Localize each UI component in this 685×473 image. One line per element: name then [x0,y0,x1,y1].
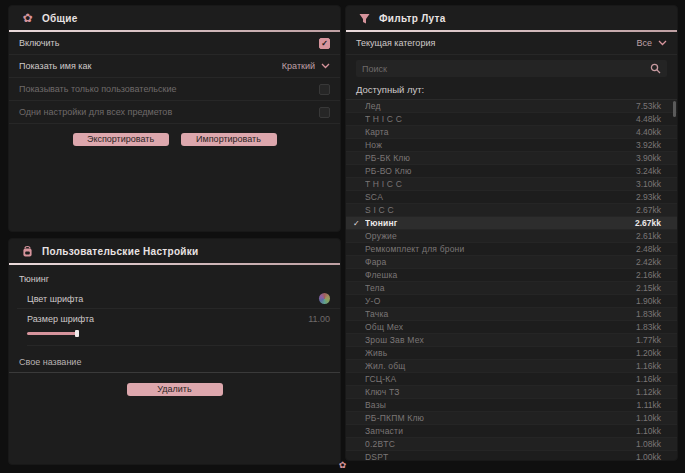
loot-item-value: 2.15kk [636,283,661,293]
loot-item-row[interactable]: Запчасти1.10kk [346,425,677,438]
delete-button[interactable]: Удалить [127,383,223,396]
loot-item-name: РБ-ВО Клю [365,166,636,176]
loot-item-name: Флешка [365,270,636,280]
loot-item-row[interactable]: Оружие2.61kk [346,230,677,243]
loot-item-row[interactable]: Жил. общ1.16kk [346,360,677,373]
color-wheel-icon[interactable] [319,293,330,304]
loot-item-row[interactable]: РБ-БК Клю3.90kk [346,152,677,165]
loot-item-name: РБ-ПКПМ Клю [365,413,636,423]
loot-item-row[interactable]: Тела2.15kk [346,282,677,295]
scrollbar[interactable] [673,100,676,461]
loot-item-row[interactable]: Нож3.92kk [346,139,677,152]
name-format-dropdown[interactable]: Краткий [282,61,330,71]
loot-item-row[interactable]: S I C C2.67kk [346,204,677,217]
slider-fill [27,332,77,335]
loot-item-value: 3.24kk [636,166,661,176]
export-button[interactable]: Экспортировать [73,133,169,146]
setting-label: Показать имя как [19,61,91,71]
search-placeholder: Поиск [362,64,387,74]
loot-item-row[interactable]: ГСЦ-КА1.16kk [346,373,677,386]
loot-item-name: 0.2BTC [365,439,636,449]
slider-handle[interactable] [75,330,79,337]
search-input[interactable]: Поиск [356,60,667,77]
bottom-anchor-icon: ✿ [337,460,348,471]
loot-item-row[interactable]: Флешка2.16kk [346,269,677,282]
general-panel-title: Общие [42,13,78,24]
category-dropdown[interactable]: Все [636,38,667,48]
general-panel-header: ✿ Общие [9,6,340,30]
setting-label: Показывать только пользовательские [19,84,177,94]
loot-item-row[interactable]: Карта4.40kk [346,126,677,139]
loot-item-row[interactable]: SCA2.93kk [346,191,677,204]
loot-item-row[interactable]: Зрош Зав Мех1.77kk [346,334,677,347]
setting-row: Одни настройки для всех предметов [9,101,340,124]
checkbox[interactable] [319,84,330,95]
loot-item-value: 1.83kk [636,322,661,332]
loot-item-row[interactable]: Ключ ТЗ1.12kk [346,386,677,399]
loot-item-row[interactable]: T H I C C4.48kk [346,113,677,126]
loot-item-row[interactable]: T H I C C3.10kk [346,178,677,191]
loot-item-value: 1.20kk [636,348,661,358]
loot-item-name: SCA [365,192,636,202]
loot-item-value: 2.93kk [636,192,661,202]
loot-item-value: 3.10kk [636,179,661,189]
loot-item-value: 1.83kk [636,309,661,319]
loot-item-row[interactable]: Вазы1.11kk [346,399,677,412]
loot-item-value: 1.12kk [636,387,661,397]
loot-item-row[interactable]: РБ-ПКПМ Клю1.10kk [346,412,677,425]
checkbox[interactable] [319,107,330,118]
loot-item-name: Оружие [365,231,636,241]
loot-item-row[interactable]: 0.2BTC1.08kk [346,438,677,451]
loot-item-name: Вазы [365,400,637,410]
loot-item-name: Жил. общ [365,361,636,371]
loot-item-row[interactable]: DSPT1.00kk [346,451,677,461]
category-value: Все [636,38,652,48]
checkmark-icon: ✓ [353,219,365,228]
loot-item-value: 1.11kk [637,400,661,410]
loot-item-row[interactable]: ✓Тюнинг2.67kk [346,217,677,230]
loot-filter-panel: Фильтр Лута Текущая категория Все Поиск … [345,5,678,461]
font-color-label: Цвет шрифта [27,294,83,304]
setting-row: Включить✓ [9,32,340,55]
loot-item-row[interactable]: Живь1.20kk [346,347,677,360]
loot-item-value: 3.92kk [636,140,661,150]
loot-panel-title: Фильтр Лута [379,13,446,24]
loot-item-row[interactable]: Ремкомплект для брони2.48kk [346,243,677,256]
loot-item-name: T H I C C [365,114,636,124]
loot-item-row[interactable]: РБ-ВО Клю3.24kk [346,165,677,178]
loot-item-row[interactable]: У-О1.90kk [346,295,677,308]
loot-item-name: У-О [365,296,636,306]
available-loot-label: Доступный лут: [346,77,677,99]
loot-item-name: ГСЦ-КА [365,374,636,384]
loot-item-name: Живь [365,348,636,358]
loot-item-row[interactable]: Лед7.53kk [346,100,677,113]
loot-item-name: Тачка [365,309,636,319]
custom-name-input[interactable]: Свое название [9,352,340,373]
dropdown-value: Краткий [282,61,315,71]
import-button[interactable]: Импортировать [181,133,277,146]
loot-item-value: 1.16kk [636,361,661,371]
scrollbar-thumb[interactable] [673,101,676,117]
loot-item-value: 7.53kk [636,101,661,111]
loot-item-row[interactable]: Тачка1.83kk [346,308,677,321]
loot-item-value: 1.77kk [636,335,661,345]
loot-item-name: T H I C C [365,179,636,189]
checkbox[interactable]: ✓ [319,38,330,49]
loot-item-value: 1.10kk [636,426,661,436]
loot-item-value: 2.16kk [636,270,661,280]
loot-item-name: Запчасти [365,426,636,436]
loot-item-name: Тюнинг [365,218,635,228]
loot-panel-header: Фильтр Лута [346,6,677,30]
gear-icon: ✿ [21,12,34,25]
export-import-row: Экспортировать Импортировать [9,124,340,146]
loot-item-row[interactable]: Общ Мех1.83kk [346,321,677,334]
search-icon [650,63,661,74]
user-panel-header: Пользовательские Настройки [9,239,340,263]
loot-item-name: Карта [365,127,636,137]
setting-label: Одни настройки для всех предметов [19,107,172,117]
loot-item-name: DSPT [365,452,636,461]
font-color-row: Цвет шрифта [17,289,340,309]
loot-item-row[interactable]: Фара2.42kk [346,256,677,269]
font-size-slider[interactable] [27,330,330,346]
loot-item-name: Ремкомплект для брони [365,244,636,254]
